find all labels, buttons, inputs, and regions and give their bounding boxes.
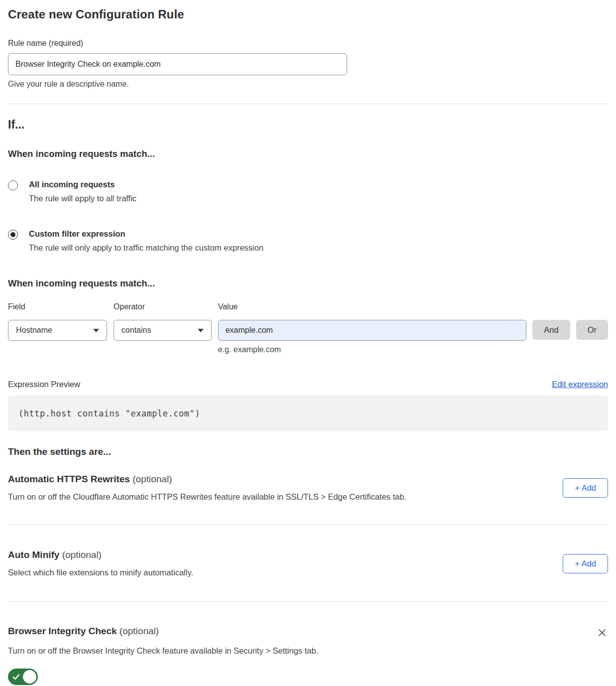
radio-option-custom-filter[interactable]: Custom filter expression The rule will o… bbox=[8, 229, 608, 253]
expression-builder-heading: When incoming requests match... bbox=[8, 278, 608, 289]
operator-select[interactable]: contains bbox=[114, 320, 212, 341]
match-type-radio-group: All incoming requests The rule will appl… bbox=[8, 180, 608, 253]
expression-preview-header: Expression Preview Edit expression bbox=[8, 380, 608, 389]
setting-description: Turn on or off the Cloudflare Automatic … bbox=[8, 492, 548, 502]
rule-name-help: Give your rule a descriptive name. bbox=[8, 80, 608, 89]
value-input[interactable] bbox=[218, 320, 527, 341]
radio-label: Custom filter expression bbox=[29, 229, 263, 239]
setting-optional-tag: (optional) bbox=[62, 549, 102, 560]
radio-button-unselected[interactable] bbox=[8, 180, 18, 190]
setting-description: Select which file extensions to minify a… bbox=[8, 568, 548, 577]
match-type-heading: When incoming requests match... bbox=[8, 148, 608, 159]
page-title: Create new Configuration Rule bbox=[8, 7, 608, 21]
operator-select-value: contains bbox=[122, 326, 151, 335]
field-label: Field bbox=[8, 302, 107, 311]
setting-optional-tag: (optional) bbox=[132, 474, 172, 484]
expression-builder-row: Field Hostname Operator contains Value e… bbox=[8, 302, 608, 354]
rule-name-label: Rule name (required) bbox=[8, 39, 608, 48]
setting-row-auto-minify: Auto Minify (optional) Select which file… bbox=[8, 549, 608, 577]
and-button[interactable]: And bbox=[532, 320, 570, 340]
field-select-value: Hostname bbox=[16, 326, 52, 335]
chevron-down-icon bbox=[198, 329, 204, 332]
close-icon bbox=[597, 628, 607, 638]
expression-preview-code: (http.host contains "example.com") bbox=[8, 396, 608, 431]
then-settings-heading: Then the settings are... bbox=[8, 446, 608, 457]
field-select[interactable]: Hostname bbox=[8, 320, 107, 341]
value-column: Value e.g. example.com bbox=[218, 302, 527, 354]
rule-name-section: Rule name (required) Give your rule a de… bbox=[8, 39, 608, 89]
create-configuration-rule-form: Create new Configuration Rule Rule name … bbox=[0, 0, 616, 686]
setting-optional-tag: (optional) bbox=[120, 626, 159, 636]
remove-setting-button[interactable] bbox=[596, 627, 608, 639]
radio-option-all-incoming[interactable]: All incoming requests The rule will appl… bbox=[8, 180, 608, 203]
value-label: Value bbox=[218, 302, 527, 311]
setting-title: Auto Minify bbox=[8, 549, 59, 560]
section-divider bbox=[8, 104, 608, 104]
edit-expression-link[interactable]: Edit expression bbox=[552, 380, 608, 389]
add-automatic-https-rewrites-button[interactable]: + Add bbox=[563, 478, 608, 498]
operator-label: Operator bbox=[114, 302, 212, 311]
toggle-knob bbox=[23, 670, 36, 684]
setting-title: Browser Integrity Check bbox=[8, 626, 117, 636]
check-icon bbox=[12, 674, 20, 680]
expression-preview-label: Expression Preview bbox=[8, 380, 80, 389]
browser-integrity-check-toggle[interactable] bbox=[8, 669, 38, 685]
value-help: e.g. example.com bbox=[218, 345, 527, 354]
radio-label: All incoming requests bbox=[29, 180, 136, 189]
or-button[interactable]: Or bbox=[576, 320, 608, 340]
chevron-down-icon bbox=[93, 329, 99, 332]
operator-column: Operator contains bbox=[114, 302, 212, 341]
setting-row-automatic-https-rewrites: Automatic HTTPS Rewrites (optional) Turn… bbox=[8, 474, 608, 502]
setting-description: Turn on or off the Browser Integrity Che… bbox=[8, 646, 608, 656]
section-divider bbox=[8, 601, 608, 602]
radio-button-selected[interactable] bbox=[8, 230, 18, 240]
if-heading: If... bbox=[8, 118, 608, 132]
setting-title: Automatic HTTPS Rewrites bbox=[8, 474, 130, 484]
field-column: Field Hostname bbox=[8, 302, 107, 341]
section-divider bbox=[8, 524, 608, 525]
rule-name-input[interactable] bbox=[8, 53, 347, 75]
add-auto-minify-button[interactable]: + Add bbox=[563, 554, 608, 573]
radio-description: The rule will only apply to traffic matc… bbox=[29, 243, 263, 253]
radio-description: The rule will apply to all traffic bbox=[29, 194, 136, 203]
setting-row-browser-integrity-check: Browser Integrity Check (optional) Turn … bbox=[8, 626, 608, 686]
